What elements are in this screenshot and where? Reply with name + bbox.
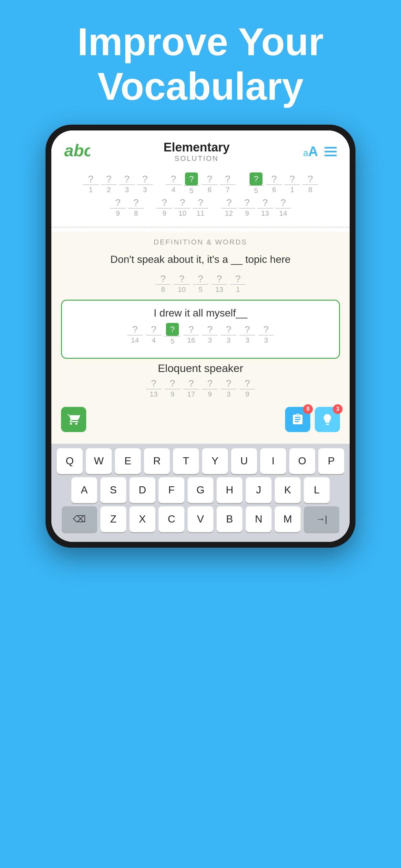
cell-1-10: ?6 <box>266 174 282 193</box>
key-a[interactable]: A <box>71 477 97 503</box>
phone-screen: abc Elementary SOLUTION aA ?1 <box>51 130 350 542</box>
def2-c5: ?3 <box>202 324 218 344</box>
def2-c3-hl: ?5 <box>165 323 180 345</box>
key-r[interactable]: R <box>144 448 170 474</box>
cell-2-4: ?10 <box>175 197 190 217</box>
key-backspace[interactable]: ⌫ <box>62 506 97 532</box>
cart-icon <box>67 413 80 426</box>
app-title: Elementary <box>164 141 230 154</box>
cell-2-5: ?11 <box>193 197 208 217</box>
cell-2-3: ?9 <box>157 197 172 217</box>
promo-headline: Improve Your Vocabulary <box>78 20 323 108</box>
key-f[interactable]: F <box>158 477 184 503</box>
key-m[interactable]: M <box>275 506 301 532</box>
app-logo: abc <box>64 140 90 163</box>
key-h[interactable]: H <box>217 477 243 503</box>
key-x[interactable]: X <box>129 506 155 532</box>
key-c[interactable]: C <box>158 506 184 532</box>
cell-1-9-hl: ?5 <box>248 173 264 194</box>
def-answer-1: ?8 ?10 ?5 ?13 ?1 <box>51 273 350 293</box>
app-header: abc Elementary SOLUTION aA <box>51 130 350 166</box>
key-b[interactable]: B <box>217 506 243 532</box>
cell-1-3: ?3 <box>119 174 135 193</box>
clipboard-icon <box>291 413 304 426</box>
key-y[interactable]: Y <box>202 448 228 474</box>
def2-c6: ?3 <box>221 324 236 344</box>
action-bar: 8 3 <box>51 402 350 437</box>
def1-c1: ?8 <box>155 273 171 293</box>
key-w[interactable]: W <box>86 448 112 474</box>
keyboard-row-1: Q W E R T Y U I O P <box>55 448 346 474</box>
headline-line2: Vocabulary <box>78 64 323 108</box>
menu-button[interactable] <box>325 147 337 156</box>
puzzle-row-1: ?1 ?2 ?3 ?3 ?4 ?5 ?6 ?7 ?5 ?6 ?1 ?8 <box>64 173 337 194</box>
clipboard-badge: 8 <box>303 404 313 414</box>
key-j[interactable]: J <box>246 477 272 503</box>
def3-c6: ?9 <box>240 378 255 398</box>
cell-1-8: ?7 <box>220 174 235 193</box>
cell-2-2: ?8 <box>128 197 144 217</box>
cell-1-2: ?2 <box>101 174 117 193</box>
def-sentence-1: Don't speak about it, it's a __ topic he… <box>51 250 350 269</box>
cell-2-1: ?9 <box>110 197 126 217</box>
phone-frame: abc Elementary SOLUTION aA ?1 <box>45 125 356 548</box>
menu-line-2 <box>325 151 337 152</box>
cell-2-7: ?9 <box>239 197 255 217</box>
key-enter[interactable]: →| <box>304 506 339 532</box>
cell-2-9: ?14 <box>275 197 291 217</box>
keyboard-row-2: A S D F G H J K L <box>55 477 346 503</box>
def1-c2: ?10 <box>174 273 189 293</box>
def3-c3: ?17 <box>183 378 199 398</box>
app-subtitle: SOLUTION <box>164 154 230 163</box>
key-d[interactable]: D <box>129 477 155 503</box>
puzzle-row-2: ?9 ?8 ?9 ?10 ?11 ?12 ?9 ?13 ?14 <box>64 197 337 217</box>
def-answer-2: ?14 ?4 ?5 ?16 ?3 ?3 ?3 ?3 <box>72 323 329 345</box>
hint-button[interactable]: 3 <box>315 407 340 432</box>
def3-c5: ?3 <box>221 378 236 398</box>
key-v[interactable]: V <box>188 506 213 532</box>
header-center: Elementary SOLUTION <box>164 141 230 163</box>
menu-line-3 <box>325 155 337 156</box>
def2-c4: ?16 <box>183 324 199 344</box>
font-small: a <box>303 148 308 158</box>
key-g[interactable]: G <box>188 477 213 503</box>
cell-1-5: ?4 <box>166 174 181 193</box>
cart-button[interactable] <box>61 407 86 432</box>
eloquent-area: Eloquent speaker ?13 ?9 ?17 ?9 ?3 ?9 <box>51 359 350 398</box>
def3-c1: ?13 <box>146 378 161 398</box>
def-sentence-2: I drew it all myself__ <box>72 307 329 319</box>
def1-c3: ?5 <box>193 273 208 293</box>
font-size-control[interactable]: aA <box>303 144 318 159</box>
cell-1-1: ?1 <box>83 174 98 193</box>
keyboard-row-3: ⌫ Z X C V B N M →| <box>55 506 346 532</box>
dashed-separator <box>51 227 350 228</box>
key-u[interactable]: U <box>231 448 257 474</box>
clipboard-button[interactable]: 8 <box>285 407 310 432</box>
headline-line1: Improve Your <box>78 20 323 64</box>
key-p[interactable]: P <box>318 448 344 474</box>
cell-1-4: ?3 <box>137 174 153 193</box>
def-label: DEFINITION & WORDS <box>51 231 350 250</box>
key-n[interactable]: N <box>246 506 272 532</box>
key-q[interactable]: Q <box>57 448 83 474</box>
def-sentence-3: Eloquent speaker <box>64 362 337 375</box>
menu-line-1 <box>325 147 337 149</box>
key-s[interactable]: S <box>100 477 126 503</box>
key-z[interactable]: Z <box>100 506 126 532</box>
key-i[interactable]: I <box>260 448 286 474</box>
key-l[interactable]: L <box>304 477 330 503</box>
active-def-card[interactable]: I drew it all myself__ ?14 ?4 ?5 ?16 ?3 … <box>61 300 340 359</box>
def2-c1: ?14 <box>127 324 143 344</box>
def2-c7: ?3 <box>240 324 255 344</box>
def1-c5: ?1 <box>230 273 246 293</box>
key-t[interactable]: T <box>173 448 199 474</box>
bulb-icon <box>321 413 334 426</box>
key-o[interactable]: O <box>289 448 315 474</box>
cell-2-8: ?13 <box>257 197 273 217</box>
svg-text:abc: abc <box>64 141 90 160</box>
key-k[interactable]: K <box>275 477 301 503</box>
def3-c4: ?9 <box>202 378 218 398</box>
cell-2-6: ?12 <box>221 197 237 217</box>
key-e[interactable]: E <box>115 448 141 474</box>
def2-c2: ?4 <box>146 324 161 344</box>
